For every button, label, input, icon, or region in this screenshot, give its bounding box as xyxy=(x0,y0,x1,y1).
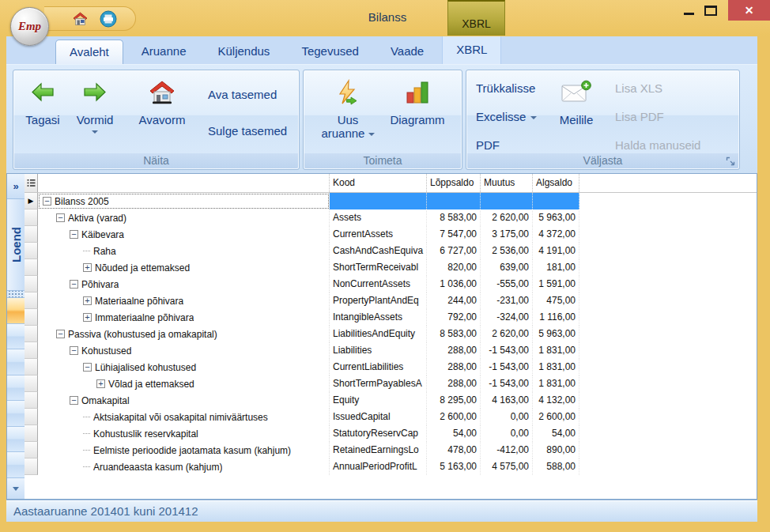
column-header-algsaldo[interactable]: Algsaldo xyxy=(533,174,579,192)
cell-loppsaldo[interactable]: 1 036,00 xyxy=(427,276,481,292)
ava-tasemed-button[interactable]: Ava tasemed xyxy=(208,88,277,101)
row-selector-cell[interactable] xyxy=(25,309,38,326)
cell-muutus[interactable]: 4 163,00 xyxy=(481,392,533,409)
cell-kood[interactable]: Assets xyxy=(330,209,427,226)
sidebar-segment[interactable] xyxy=(7,298,25,324)
scroll-down-button[interactable] xyxy=(7,478,25,499)
cell-kood[interactable]: ShortTermPayablesA xyxy=(330,375,427,392)
table-row[interactable]: Eelmiste perioodide jaotamata kasum (kah… xyxy=(25,442,757,458)
dialog-launcher-icon[interactable] xyxy=(725,156,736,167)
cell-muutus[interactable]: -1 543,00 xyxy=(481,375,533,392)
halda-manuseid-button[interactable]: Halda manuseid xyxy=(615,138,700,152)
cell-loppsaldo[interactable]: 8 583,00 xyxy=(427,326,481,342)
row-selector-cell[interactable] xyxy=(25,375,38,392)
close-icon[interactable]: ✕ xyxy=(728,0,770,21)
row-selector-cell[interactable] xyxy=(25,392,38,409)
row-selector-cell[interactable]: ▶ xyxy=(25,193,38,209)
cell-algsaldo[interactable]: 54,00 xyxy=(533,425,579,442)
cell-loppsaldo[interactable]: 5 163,00 xyxy=(427,458,481,475)
collapse-icon[interactable]: − xyxy=(70,346,78,355)
collapse-icon[interactable]: − xyxy=(70,280,78,289)
cell-kood[interactable]: CurrentAssets xyxy=(330,226,427,243)
table-row[interactable]: +Nõuded ja ettemaksedShortTermReceivabl8… xyxy=(25,259,757,276)
cell-muutus[interactable]: 639,00 xyxy=(481,259,533,276)
table-row[interactable]: ▶−Bilanss 2005 xyxy=(25,193,757,209)
table-row[interactable]: Aruandeaasta kasum (kahjum)AnnualPeriodP… xyxy=(25,458,757,475)
column-header-loppsaldo[interactable]: Lõppsaldo xyxy=(427,174,481,192)
cell-muutus[interactable]: 2 620,00 xyxy=(481,326,533,342)
tree-cell[interactable]: +Immateriaalne põhivara xyxy=(38,309,330,326)
column-chooser-icon[interactable] xyxy=(25,174,38,192)
cell-loppsaldo[interactable]: 8 583,00 xyxy=(427,209,481,226)
tree-cell[interactable]: +Materiaalne põhivara xyxy=(38,292,330,309)
row-selector-cell[interactable] xyxy=(25,226,38,243)
tree-cell[interactable]: −Kohustused xyxy=(38,342,330,359)
cell-muutus[interactable] xyxy=(481,193,533,209)
cell-loppsaldo[interactable]: 244,00 xyxy=(427,292,481,309)
cell-muutus[interactable]: 2 536,00 xyxy=(481,243,533,259)
cell-kood[interactable]: IntangibleAssets xyxy=(330,309,427,326)
avavorm-button[interactable]: Avavorm xyxy=(124,77,200,126)
meilile-button[interactable]: Meilile xyxy=(547,77,606,126)
column-header-muutus[interactable]: Muutus xyxy=(481,174,533,192)
table-row[interactable]: −PõhivaraNonCurrentAssets1 036,00-555,00… xyxy=(25,276,757,292)
column-header-kood[interactable]: Kood xyxy=(330,174,427,192)
cell-muutus[interactable]: 2 620,00 xyxy=(481,209,533,226)
tree-cell[interactable]: −Lühiajalised kohustused xyxy=(38,359,330,375)
cell-muutus[interactable]: -412,00 xyxy=(481,442,533,458)
row-selector-cell[interactable] xyxy=(25,425,38,442)
splitter-handle[interactable] xyxy=(7,291,25,298)
row-selector-cell[interactable] xyxy=(25,359,38,375)
cell-muutus[interactable]: -324,00 xyxy=(481,309,533,326)
double-chevron-right-icon[interactable]: » xyxy=(7,174,25,199)
cell-muutus[interactable]: -1 543,00 xyxy=(481,342,533,359)
tree-cell[interactable]: Eelmiste perioodide jaotamata kasum (kah… xyxy=(38,442,330,458)
lisa-xls-button[interactable]: Lisa XLS xyxy=(615,81,662,95)
cell-algsaldo[interactable]: 890,00 xyxy=(533,442,579,458)
tree-cell[interactable]: −Bilanss 2005 xyxy=(38,193,330,209)
cell-kood[interactable]: ShortTermReceivabl xyxy=(330,259,427,276)
cell-algsaldo[interactable]: 475,00 xyxy=(533,292,579,309)
sidebar-segment[interactable] xyxy=(7,375,25,402)
table-row[interactable]: −KäibevaraCurrentAssets7 547,003 175,004… xyxy=(25,226,757,243)
tab-xbrl[interactable]: XBRL xyxy=(442,36,501,64)
cell-loppsaldo[interactable]: 2 600,00 xyxy=(427,409,481,425)
trukkalisse-button[interactable]: Trükkalisse xyxy=(476,81,535,95)
cell-kood[interactable]: NonCurrentAssets xyxy=(330,276,427,292)
cell-algsaldo[interactable]: 5 963,00 xyxy=(533,209,579,226)
cell-kood[interactable]: Equity xyxy=(330,392,427,409)
sidebar-segment[interactable] xyxy=(7,427,25,453)
tree-cell[interactable]: −Põhivara xyxy=(38,276,330,292)
contextual-tab-group-label[interactable]: XBRL xyxy=(447,0,505,36)
cell-loppsaldo[interactable]: 288,00 xyxy=(427,359,481,375)
maximize-icon[interactable] xyxy=(700,0,722,21)
tree-cell[interactable]: Raha xyxy=(38,243,330,259)
collapse-icon[interactable]: − xyxy=(56,330,65,338)
expand-icon[interactable]: + xyxy=(83,313,92,322)
cell-muutus[interactable]: -555,00 xyxy=(481,276,533,292)
cell-algsaldo[interactable]: 2 600,00 xyxy=(533,409,579,425)
cell-kood[interactable]: Liabilities xyxy=(330,342,427,359)
cell-loppsaldo[interactable]: 820,00 xyxy=(427,259,481,276)
cell-loppsaldo[interactable]: 6 727,00 xyxy=(427,243,481,259)
cell-loppsaldo[interactable]: 792,00 xyxy=(427,309,481,326)
row-selector-cell[interactable] xyxy=(25,209,38,226)
cell-algsaldo[interactable]: 1 831,00 xyxy=(533,359,579,375)
cell-loppsaldo[interactable]: 7 547,00 xyxy=(427,226,481,243)
tree-cell[interactable]: −Aktiva (varad) xyxy=(38,209,330,226)
cell-algsaldo[interactable] xyxy=(533,193,579,209)
tree-cell[interactable]: Aruandeaasta kasum (kahjum) xyxy=(38,458,330,475)
sulge-tasemed-button[interactable]: Sulge tasemed xyxy=(208,124,287,138)
cell-algsaldo[interactable]: 4 191,00 xyxy=(533,243,579,259)
cell-loppsaldo[interactable]: 288,00 xyxy=(427,342,481,359)
table-row[interactable]: −Lühiajalised kohustusedCurrentLiabiliti… xyxy=(25,359,757,375)
tab-küljendus[interactable]: Küljendus xyxy=(204,40,283,64)
cell-loppsaldo[interactable]: 54,00 xyxy=(427,425,481,442)
minimize-icon[interactable] xyxy=(678,0,700,21)
excelisse-button[interactable]: Excelisse xyxy=(476,110,537,123)
table-row[interactable]: −KohustusedLiabilities288,00-1 543,001 8… xyxy=(25,342,757,359)
tree-cell[interactable]: Kohustuslik reservkapital xyxy=(38,425,330,442)
cell-algsaldo[interactable]: 1 116,00 xyxy=(533,309,579,326)
expand-icon[interactable]: + xyxy=(83,296,92,305)
cell-algsaldo[interactable]: 588,00 xyxy=(533,458,579,475)
